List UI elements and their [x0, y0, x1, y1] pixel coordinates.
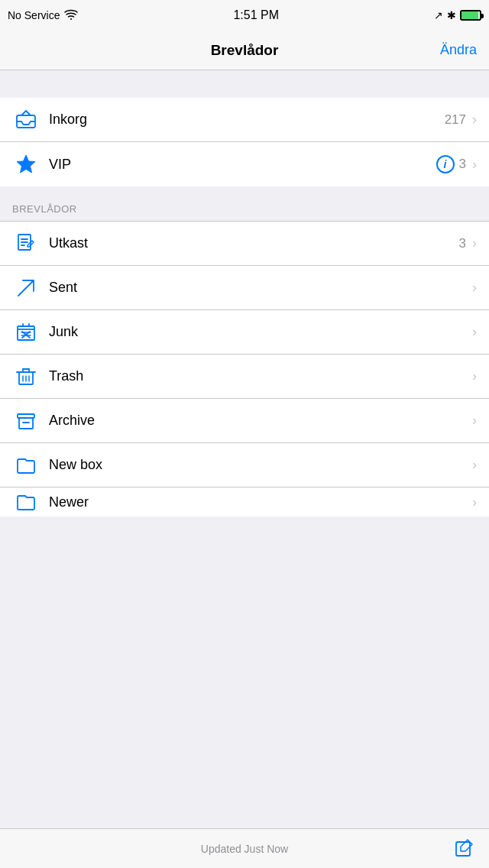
trash-chevron: › — [472, 368, 477, 384]
junk-icon — [12, 322, 40, 343]
sent-label: Sent — [49, 280, 466, 296]
list-item-utkast[interactable]: Utkast 3 › — [0, 222, 489, 266]
brevlador-list: Utkast 3 › Sent › — [0, 222, 489, 517]
trash-label: Trash — [49, 368, 466, 384]
inbox-icon — [12, 109, 40, 131]
vip-star-icon — [12, 154, 40, 175]
location-icon: ↗ — [434, 9, 443, 21]
junk-label: Junk — [49, 324, 466, 340]
list-item-newer[interactable]: Newer › — [0, 487, 489, 517]
wifi-icon — [64, 9, 78, 22]
list-item-sent[interactable]: Sent › — [0, 266, 489, 310]
sent-chevron: › — [472, 280, 477, 296]
newer-chevron: › — [472, 494, 477, 510]
nav-bar: Brevlådor Ändra — [0, 31, 489, 70]
vip-chevron: › — [472, 157, 477, 173]
page-title: Brevlådor — [211, 42, 279, 59]
svg-point-0 — [70, 18, 72, 20]
battery-icon — [460, 10, 481, 21]
list-item-inkorg[interactable]: Inkorg 217 › — [0, 98, 489, 142]
top-section-gap — [0, 70, 489, 98]
brevladhor-section-header: BREVLÅDOR — [0, 186, 489, 222]
inkorg-label: Inkorg — [49, 112, 445, 128]
svg-rect-22 — [19, 418, 33, 429]
utkast-badge: 3 — [459, 236, 466, 251]
vip-info-icon[interactable]: i — [436, 155, 455, 173]
archive-label: Archive — [49, 413, 466, 429]
list-item-trash[interactable]: Trash › — [0, 355, 489, 399]
svg-marker-2 — [17, 155, 35, 173]
list-item-vip[interactable]: VIP i 3 › — [0, 142, 489, 186]
junk-chevron: › — [472, 324, 477, 340]
newbox-folder-icon — [12, 455, 40, 476]
compose-button[interactable] — [452, 837, 477, 861]
utkast-label: Utkast — [49, 235, 459, 251]
status-left: No Service — [8, 9, 78, 22]
trash-icon — [12, 366, 40, 387]
svg-line-4 — [18, 280, 34, 296]
archive-icon — [12, 410, 40, 432]
newer-folder-icon — [12, 491, 40, 513]
bluetooth-icon: ✱ — [447, 9, 456, 21]
time-label: 1:51 PM — [233, 8, 279, 22]
list-item-junk[interactable]: Junk › — [0, 310, 489, 355]
utkast-chevron: › — [472, 235, 477, 251]
list-item-archive[interactable]: Archive › — [0, 399, 489, 443]
status-bar: No Service 1:51 PM ↗ ✱ — [0, 0, 489, 31]
vip-badge: 3 — [459, 157, 466, 172]
newbox-chevron: › — [472, 457, 477, 473]
edit-button[interactable]: Ändra — [440, 42, 477, 58]
newer-label: Newer — [49, 494, 466, 510]
archive-chevron: › — [472, 413, 477, 429]
status-right: ↗ ✱ — [434, 9, 481, 21]
no-service-label: No Service — [8, 9, 60, 21]
inkorg-chevron: › — [472, 112, 477, 128]
bottom-bar: Updated Just Now — [0, 828, 489, 868]
sent-icon — [12, 277, 40, 299]
vip-label: VIP — [49, 157, 436, 173]
draft-icon — [12, 233, 40, 254]
newbox-label: New box — [49, 457, 466, 473]
inkorg-badge: 217 — [445, 112, 466, 128]
section-header-label: BREVLÅDOR — [12, 203, 77, 215]
top-mailbox-list: Inkorg 217 › VIP i 3 › — [0, 98, 489, 186]
update-status-label: Updated Just Now — [37, 843, 452, 855]
list-item-newbox[interactable]: New box › — [0, 443, 489, 487]
svg-rect-5 — [18, 326, 34, 340]
